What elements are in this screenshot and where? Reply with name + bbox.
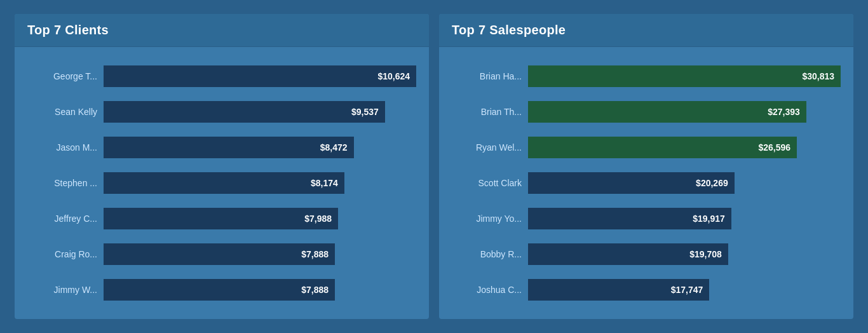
bar-fill: $9,537 (104, 101, 385, 123)
bar-value: $8,472 (320, 142, 348, 153)
table-row: Jimmy Yo...$19,917 (452, 207, 841, 231)
salespeople-panel-body: Brian Ha...$30,813Brian Th...$27,393Ryan… (439, 47, 853, 319)
bar-track: $19,917 (528, 208, 841, 229)
salesperson-name: Brian Ha... (452, 71, 522, 81)
clients-panel-title: Top 7 Clients (15, 14, 429, 47)
dashboard: Top 7 Clients George T...$10,624Sean Kel… (8, 8, 860, 325)
bar-fill: $10,624 (104, 65, 416, 87)
salesperson-name: Joshua C... (452, 285, 522, 295)
bar-fill: $26,596 (528, 137, 797, 158)
table-row: Scott Clark$20,269 (452, 171, 841, 195)
salespeople-panel: Top 7 Salespeople Brian Ha...$30,813Bria… (439, 14, 853, 319)
bar-track: $8,472 (104, 137, 416, 158)
salesperson-name: Jimmy Yo... (452, 214, 522, 224)
bar-fill: $19,708 (528, 243, 728, 265)
bar-fill: $19,917 (528, 208, 731, 229)
bar-value: $20,269 (696, 178, 728, 188)
bar-track: $10,624 (104, 65, 416, 87)
bar-fill: $7,888 (104, 243, 335, 265)
table-row: Jason M...$8,472 (27, 135, 416, 160)
bar-value: $7,888 (301, 249, 329, 259)
bar-value: $26,596 (759, 142, 791, 153)
bar-value: $30,813 (802, 71, 834, 81)
clients-panel-body: George T...$10,624Sean Kelly$9,537Jason … (15, 47, 429, 319)
table-row: Brian Ha...$30,813 (452, 64, 841, 88)
bar-value: $17,747 (671, 285, 703, 295)
clients-panel: Top 7 Clients George T...$10,624Sean Kel… (15, 14, 429, 319)
client-name: George T... (27, 71, 97, 81)
salesperson-name: Scott Clark (452, 178, 522, 188)
bar-track: $20,269 (528, 172, 841, 194)
salesperson-name: Ryan Wel... (452, 142, 522, 153)
bar-track: $26,596 (528, 137, 841, 158)
bar-value: $27,393 (768, 107, 800, 117)
bar-track: $8,174 (104, 172, 416, 194)
bar-value: $19,917 (693, 214, 725, 224)
table-row: Jeffrey C...$7,988 (27, 207, 416, 231)
table-row: Craig Ro...$7,888 (27, 242, 416, 266)
bar-value: $7,988 (304, 214, 332, 224)
bar-track: $7,888 (104, 279, 416, 301)
bar-track: $17,747 (528, 279, 841, 301)
client-name: Jason M... (27, 142, 97, 153)
bar-track: $9,537 (104, 101, 416, 123)
table-row: Bobby R...$19,708 (452, 242, 841, 266)
salesperson-name: Bobby R... (452, 249, 522, 259)
bar-fill: $17,747 (528, 279, 709, 301)
bar-fill: $30,813 (528, 65, 841, 87)
client-name: Stephen ... (27, 178, 97, 188)
table-row: George T...$10,624 (27, 64, 416, 88)
client-name: Jimmy W... (27, 285, 97, 295)
table-row: Jimmy W...$7,888 (27, 278, 416, 302)
bar-track: $19,708 (528, 243, 841, 265)
client-name: Sean Kelly (27, 107, 97, 117)
bar-value: $19,708 (689, 249, 722, 259)
table-row: Brian Th...$27,393 (452, 100, 841, 124)
client-name: Jeffrey C... (27, 214, 97, 224)
bar-fill: $8,472 (104, 137, 354, 158)
bar-fill: $7,888 (104, 279, 335, 301)
salespeople-panel-title: Top 7 Salespeople (439, 14, 853, 47)
bar-value: $10,624 (377, 71, 410, 81)
client-name: Craig Ro... (27, 249, 97, 259)
salesperson-name: Brian Th... (452, 107, 522, 117)
table-row: Sean Kelly$9,537 (27, 100, 416, 124)
bar-fill: $7,988 (104, 208, 338, 229)
bar-track: $7,888 (104, 243, 416, 265)
bar-value: $9,537 (351, 107, 379, 117)
bar-value: $7,888 (301, 285, 329, 295)
table-row: Joshua C...$17,747 (452, 278, 841, 302)
table-row: Stephen ...$8,174 (27, 171, 416, 195)
bar-track: $30,813 (528, 65, 841, 87)
bar-fill: $27,393 (528, 101, 806, 123)
bar-track: $27,393 (528, 101, 841, 123)
bar-fill: $8,174 (104, 172, 344, 194)
bar-value: $8,174 (311, 178, 338, 188)
bar-fill: $20,269 (528, 172, 735, 194)
table-row: Ryan Wel...$26,596 (452, 135, 841, 160)
bar-track: $7,988 (104, 208, 416, 229)
